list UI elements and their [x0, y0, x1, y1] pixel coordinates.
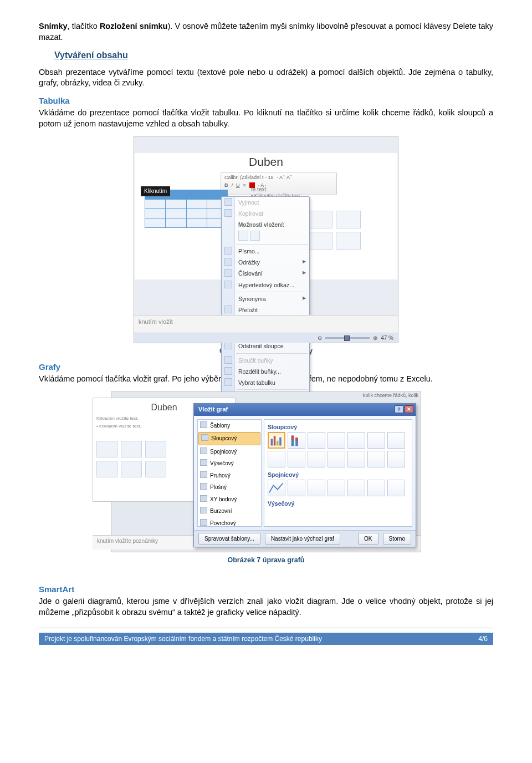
insert-clipart-icon [121, 461, 142, 477]
subtype-100-stacked-column[interactable] [308, 432, 325, 449]
subtype-line-markers-stacked[interactable] [347, 480, 365, 496]
type-area[interactable]: Plošný [198, 481, 261, 494]
chart-type-list: Šablony Sloupcový Spojnicový Výsečový Pr… [197, 419, 262, 527]
screenshot-insert-chart-dialog: kolik chceme řádků, kolik Duben Kliknutí… [111, 391, 421, 552]
menu-hyperlink[interactable]: Hypertextový odkaz... [222, 279, 309, 291]
type-xy[interactable]: XY bodový [198, 494, 261, 506]
svg-rect-0 [271, 439, 273, 445]
cancel-button[interactable]: Storno [383, 533, 411, 545]
figure-caption-7: Obrázek 7 úprava grafů [39, 556, 493, 565]
insert-table-icon [96, 441, 117, 457]
group-heading-line: Spojnicový [268, 471, 408, 479]
type-surface[interactable]: Povrchový [198, 517, 261, 527]
set-default-chart-button[interactable]: Nastavit jako výchozí graf [265, 533, 340, 545]
type-line[interactable]: Spojnicový [198, 446, 261, 458]
xy-chart-icon [200, 495, 207, 502]
dialog-titlebar[interactable]: Vložit graf ? ✕ [194, 404, 416, 416]
heading-tabulka: Tabulka [39, 95, 493, 106]
menu-bullets[interactable]: Odrážky▶ [222, 257, 309, 268]
menu-numbering[interactable]: Číslování▶ [222, 268, 309, 279]
column-chart-icon [201, 434, 208, 441]
insert-picture-icon [96, 461, 117, 477]
subtype-cone-100[interactable] [367, 451, 385, 467]
hyperlink-icon [224, 281, 232, 288]
menu-translate[interactable]: Přeložit [222, 304, 309, 316]
insert-chart-icon [308, 211, 333, 228]
subtype-cylinder-100[interactable] [308, 451, 325, 467]
slide-title: Duben [135, 154, 397, 170]
footer-page-number: 4/6 [478, 634, 488, 643]
zoom-control[interactable]: ⊖⊕ 47 % [318, 334, 393, 342]
manage-templates-button[interactable]: Spravovat šablony... [198, 533, 260, 545]
subtype-3d-100-stacked[interactable] [367, 432, 385, 449]
group-heading-column: Sloupcový [268, 423, 408, 431]
area-chart-icon [200, 483, 207, 490]
menu-select-table[interactable]: Vybrat tabulku [222, 377, 309, 388]
menu-split-cells[interactable]: Rozdělit buňky... [222, 366, 309, 377]
copy-icon [224, 209, 232, 217]
split-icon [224, 367, 232, 375]
bar-chart-icon [200, 471, 207, 478]
behind-text: kolik chceme řádků, kolik [363, 392, 418, 399]
delete-cols-icon [224, 342, 232, 349]
subtype-cylinder-stacked[interactable] [288, 451, 305, 467]
subtype-cone[interactable] [328, 451, 345, 467]
dialog-help-button[interactable]: ? [395, 405, 403, 413]
subtype-line-markers[interactable] [328, 480, 345, 496]
column-subtype-grid [268, 432, 408, 467]
insert-clipart-icon [308, 232, 333, 250]
dialog-button-bar: Spravovat šablony... Nastavit jako výcho… [194, 530, 416, 547]
insert-chart-icon [121, 441, 142, 457]
svg-rect-3 [279, 438, 281, 446]
font-icon [224, 247, 232, 255]
notes-pane: knutím vložít [134, 315, 398, 333]
ok-button[interactable]: OK [358, 533, 378, 545]
surface-chart-icon [200, 519, 207, 526]
zoom-value: 47 % [381, 334, 393, 342]
subtype-3d-column[interactable] [387, 432, 405, 449]
type-column[interactable]: Sloupcový [198, 432, 260, 445]
text-snimky: Snímky [39, 22, 68, 30]
subtype-cone-3d[interactable] [387, 451, 405, 467]
svg-rect-2 [277, 441, 278, 446]
text-rozlozeni: Rozložení snímku [100, 22, 168, 30]
subtype-cylinder[interactable] [268, 451, 285, 467]
type-pie[interactable]: Výsečový [198, 457, 261, 470]
dialog-close-button[interactable]: ✕ [405, 405, 413, 413]
subtype-line-100[interactable] [308, 480, 325, 496]
select-table-icon [224, 378, 232, 386]
cut-icon [224, 198, 232, 206]
folder-icon [200, 421, 207, 428]
insert-smartart-icon [145, 441, 166, 457]
heading-smartart: SmartArt [39, 584, 493, 595]
footer-rule [39, 628, 493, 628]
svg-rect-1 [274, 436, 275, 445]
kliknutim-label: Kliknutím [141, 186, 170, 196]
dialog-title: Vložit graf [198, 406, 228, 413]
type-templates[interactable]: Šablony [198, 420, 261, 432]
subtype-line[interactable] [268, 480, 285, 496]
numbering-icon [224, 269, 232, 277]
menu-synonyms[interactable]: Synonyma▶ [222, 293, 309, 304]
screenshot-table-context-menu: Duben Calibri (Základní t - 18 · A˄ A˅ B… [134, 136, 398, 343]
menu-copy[interactable]: Kopírovat [222, 208, 309, 219]
subtype-3d-clustered[interactable] [328, 432, 345, 449]
insert-smartart-icon [336, 211, 361, 228]
subtype-cone-stacked[interactable] [347, 451, 365, 467]
pie-chart-icon [200, 459, 207, 466]
type-bar[interactable]: Pruhový [198, 470, 261, 482]
merge-icon [224, 356, 232, 364]
subtype-clustered-column[interactable] [268, 432, 285, 449]
subtype-3d-line[interactable] [387, 480, 405, 496]
context-menu: Vyjmout Kopírovat Možnosti vložení: Písm… [221, 196, 310, 403]
menu-merge-cells[interactable]: Sloučit buňky [222, 355, 309, 366]
subtype-3d-stacked[interactable] [347, 432, 365, 449]
subtype-line-stacked[interactable] [288, 480, 305, 496]
subtype-line-markers-100[interactable] [367, 480, 385, 496]
menu-cut[interactable]: Vyjmout [222, 197, 309, 208]
menu-font[interactable]: Písmo... [222, 246, 309, 257]
dialog-insert-chart: Vložit graf ? ✕ Šablony Sloupcový Spojni… [193, 403, 416, 547]
bullets-icon [224, 258, 232, 266]
type-stock[interactable]: Burzovní [198, 505, 261, 517]
subtype-stacked-column[interactable] [288, 432, 305, 449]
